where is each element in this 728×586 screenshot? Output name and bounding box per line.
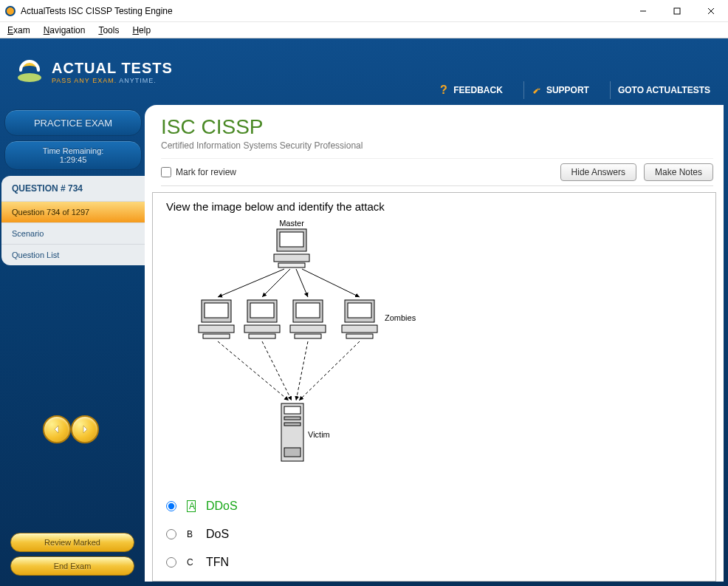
review-marked-button[interactable]: Review Marked [10,533,134,552]
svg-rect-20 [250,303,274,318]
diagram-label-zombies: Zombies [385,313,416,322]
svg-rect-8 [280,232,303,247]
answer-letter: A [187,500,196,512]
svg-rect-22 [249,334,275,338]
goto-label: GOTO ACTUALTESTS [618,85,710,95]
app-header: ACTUAL TESTS PASS ANY EXAM. ANYTIME. ? F… [0,38,728,105]
answer-radio-c[interactable] [166,557,176,568]
answer-option-c[interactable]: C TFN [166,548,702,576]
svg-rect-2 [674,8,680,14]
svg-line-11 [218,269,284,297]
question-number-header: QUESTION # 734 [1,176,145,201]
svg-point-5 [18,73,41,82]
support-link[interactable]: SUPPORT [523,81,597,99]
svg-point-0 [6,7,15,16]
exam-subtitle: Certified Information Systems Security P… [161,140,713,151]
svg-line-34 [299,341,360,401]
minimize-button[interactable] [626,0,660,22]
support-label: SUPPORT [546,85,589,95]
brand-tagline-1: PASS ANY EXAM. [52,77,117,84]
answer-letter: B [187,529,196,539]
menu-exam[interactable]: Exam [7,25,30,35]
app-icon [4,5,16,17]
svg-rect-24 [296,303,320,318]
svg-rect-21 [244,325,280,333]
answer-option-b[interactable]: B DoS [166,520,702,548]
svg-rect-25 [290,325,326,333]
practice-exam-pill[interactable]: PRACTICE EXAM [4,109,142,136]
sidebar-item-question[interactable]: Question 734 of 1297 [1,201,145,222]
svg-line-31 [218,341,289,401]
time-remaining-label: Time Remaining: [43,146,104,155]
svg-line-12 [262,269,290,297]
end-exam-button[interactable]: End Exam [10,556,134,576]
sidebar: PRACTICE EXAM Time Remaining: 1:29:45 QU… [0,105,145,586]
diagram-label-master: Master [279,219,304,228]
question-prompt: View the image below and identify the at… [166,200,702,213]
svg-rect-16 [205,303,228,318]
question-nav-panel: QUESTION # 734 Question 734 of 1297 Scen… [1,176,145,265]
window-titlebar: ActualTests ISC CISSP Testing Engine [0,0,728,22]
question-icon: ? [439,84,449,97]
time-remaining-pill: Time Remaining: 1:29:45 [4,140,142,170]
answer-text: TFN [206,556,229,569]
svg-line-33 [296,341,308,401]
answer-option-a[interactable]: A DDoS [166,492,702,520]
answer-letter: C [187,557,196,568]
question-toolbar: Mark for review Hide Answers Make Notes [161,158,713,186]
svg-rect-26 [295,334,321,338]
mark-for-review-checkbox[interactable] [161,167,171,177]
svg-rect-18 [203,334,230,338]
prev-question-button[interactable] [43,415,71,443]
sidebar-bottom-buttons: Review Marked End Exam [3,528,142,580]
feedback-link[interactable]: ? FEEDBACK [431,81,510,99]
practice-exam-label: PRACTICE EXAM [34,117,112,129]
menu-help[interactable]: Help [132,25,151,35]
feedback-label: FEEDBACK [453,85,503,95]
menu-tools[interactable]: Tools [98,25,119,35]
mark-for-review-label: Mark for review [176,167,236,177]
close-button[interactable] [694,0,728,22]
make-notes-button[interactable]: Make Notes [644,163,713,181]
time-remaining-value: 1:29:45 [60,155,87,164]
brand-tagline-2: ANYTIME. [117,77,157,84]
maximize-button[interactable] [660,0,694,22]
mark-for-review[interactable]: Mark for review [161,167,236,177]
svg-line-32 [262,341,292,401]
menu-bar: Exam Navigation Tools Help [0,22,728,38]
app-body: ACTUAL TESTS PASS ANY EXAM. ANYTIME. ? F… [0,38,728,586]
header-links: ? FEEDBACK SUPPORT GOTO ACTUALTESTS [431,81,718,99]
wrench-icon [532,85,542,95]
workspace: PRACTICE EXAM Time Remaining: 1:29:45 QU… [0,105,728,586]
menu-navigation[interactable]: Navigation [44,25,86,35]
svg-rect-29 [342,325,377,333]
svg-rect-9 [274,254,309,262]
window-controls [626,0,728,22]
answer-radio-a[interactable] [166,501,176,511]
attack-diagram: Master Z [166,217,432,476]
sidebar-item-scenario[interactable]: Scenario [1,222,145,244]
svg-rect-37 [284,417,301,420]
answer-radio-b[interactable] [166,529,176,539]
svg-rect-10 [278,263,305,268]
hide-answers-button[interactable]: Hide Answers [560,163,636,181]
svg-rect-39 [284,448,301,457]
answer-text: DoS [206,528,229,541]
nav-arrows [43,415,99,443]
logo: ACTUAL TESTS PASS ANY EXAM. ANYTIME. [13,55,173,88]
svg-rect-28 [348,303,371,318]
goto-link[interactable]: GOTO ACTUALTESTS [610,81,718,99]
svg-rect-17 [199,325,234,333]
next-question-button[interactable] [71,415,99,443]
content-panel: ISC CISSP Certified Information Systems … [145,105,724,582]
question-area[interactable]: View the image below and identify the at… [152,192,716,582]
window-title: ActualTests ISC CISSP Testing Engine [21,6,173,16]
brand-name: ACTUAL TESTS [52,60,173,77]
svg-rect-38 [284,423,301,426]
svg-text:?: ? [440,84,447,96]
answer-text: DDoS [206,500,238,513]
exam-title: ISC CISSP [161,115,713,139]
svg-rect-30 [346,334,373,338]
sidebar-item-question-list[interactable]: Question List [1,244,145,265]
svg-line-13 [296,269,308,297]
